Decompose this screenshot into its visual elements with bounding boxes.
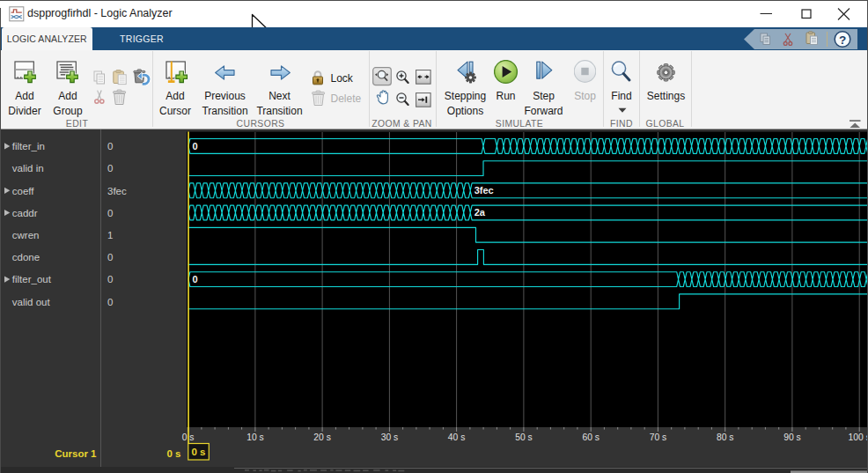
svg-text:0: 0 [107, 208, 113, 218]
svg-text:90 s: 90 s [783, 432, 800, 442]
svg-text:coeff: coeff [12, 186, 35, 196]
svg-text:filter_in: filter_in [12, 141, 45, 152]
svg-text:20 s: 20 s [313, 432, 330, 442]
svg-text:valid in: valid in [12, 163, 44, 174]
svg-text:0: 0 [107, 141, 113, 152]
svg-text:30 s: 30 s [381, 432, 398, 442]
svg-text:0: 0 [107, 297, 113, 307]
svg-text:caddr: caddr [12, 208, 38, 218]
svg-text:60 s: 60 s [582, 432, 599, 442]
svg-text:0: 0 [193, 274, 198, 285]
svg-text:40 s: 40 s [448, 432, 465, 442]
svg-text:Cursor 1: Cursor 1 [55, 448, 97, 459]
svg-text:1: 1 [107, 230, 113, 240]
svg-text:3fec: 3fec [107, 186, 127, 196]
svg-text:0: 0 [107, 252, 113, 262]
svg-text:cwren: cwren [12, 230, 40, 240]
svg-text:2a: 2a [474, 207, 486, 218]
svg-text:100 s: 100 s [849, 432, 868, 442]
svg-text:filter_out: filter_out [12, 274, 52, 285]
svg-text:0 s: 0 s [167, 448, 181, 459]
svg-text:valid out: valid out [12, 297, 51, 307]
svg-text:0: 0 [107, 274, 113, 285]
svg-text:50 s: 50 s [515, 432, 532, 442]
svg-text:0: 0 [107, 163, 113, 174]
svg-text:cdone: cdone [12, 252, 40, 262]
svg-text:?: ? [839, 33, 846, 47]
svg-text:0 s: 0 s [192, 447, 206, 457]
svg-text:10 s: 10 s [246, 432, 263, 442]
svg-text:80 s: 80 s [717, 432, 733, 442]
svg-text:3fec: 3fec [474, 185, 494, 196]
svg-text:70 s: 70 s [650, 432, 666, 442]
svg-text:0: 0 [193, 141, 198, 152]
